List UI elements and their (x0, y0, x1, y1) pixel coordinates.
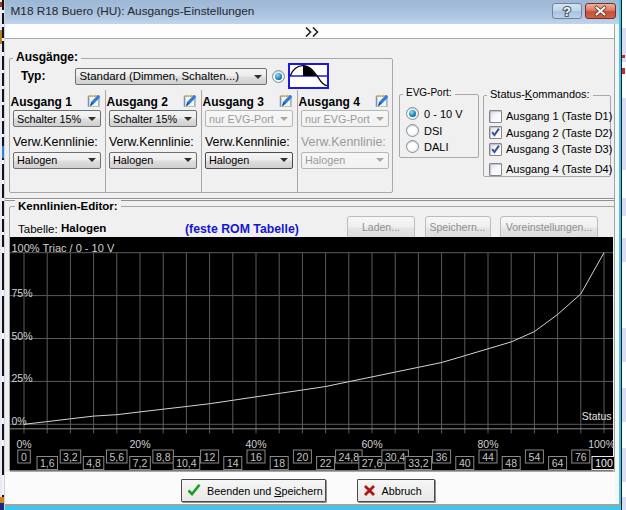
svg-text:40: 40 (459, 457, 471, 469)
svg-text:54: 54 (529, 451, 541, 463)
svg-text:14: 14 (227, 457, 239, 469)
svg-text:18: 18 (273, 457, 285, 469)
svg-text:5,6: 5,6 (109, 451, 124, 463)
svg-text:27,6: 27,6 (362, 457, 383, 469)
svg-text:44: 44 (482, 451, 494, 463)
svg-text:80%: 80% (477, 438, 498, 450)
svg-text:50%: 50% (12, 330, 33, 342)
svg-text:Status: Status (582, 410, 612, 422)
svg-text:12: 12 (204, 451, 216, 463)
svg-text:7,2: 7,2 (133, 457, 148, 469)
svg-text:0%: 0% (16, 438, 31, 450)
svg-text:75%: 75% (12, 287, 33, 299)
svg-text:48: 48 (505, 457, 517, 469)
svg-text:0%: 0% (12, 415, 27, 427)
svg-text:16: 16 (250, 451, 262, 463)
svg-text:20: 20 (297, 451, 309, 463)
svg-text:24,8: 24,8 (339, 451, 360, 463)
svg-text:1,6: 1,6 (40, 457, 55, 469)
svg-text:64: 64 (552, 457, 564, 469)
svg-text:100%: 100% (588, 438, 615, 450)
svg-text:4,8: 4,8 (86, 457, 101, 469)
svg-text:36: 36 (436, 451, 448, 463)
svg-text:3,2: 3,2 (63, 451, 78, 463)
svg-text:20%: 20% (129, 438, 150, 450)
svg-text:76: 76 (575, 451, 587, 463)
svg-text:0: 0 (21, 451, 27, 463)
svg-text:100% Triac / 0 - 10 V: 100% Triac / 0 - 10 V (12, 242, 115, 254)
svg-text:100: 100 (595, 457, 613, 469)
svg-text:30,4: 30,4 (385, 451, 406, 463)
svg-text:40%: 40% (245, 438, 266, 450)
svg-text:60%: 60% (361, 438, 382, 450)
svg-text:?: ? (563, 4, 571, 18)
svg-text:22: 22 (320, 457, 332, 469)
svg-text:33,2: 33,2 (408, 457, 429, 469)
svg-text:25%: 25% (12, 372, 33, 384)
svg-text:10,4: 10,4 (176, 457, 197, 469)
svg-text:8,8: 8,8 (156, 451, 171, 463)
